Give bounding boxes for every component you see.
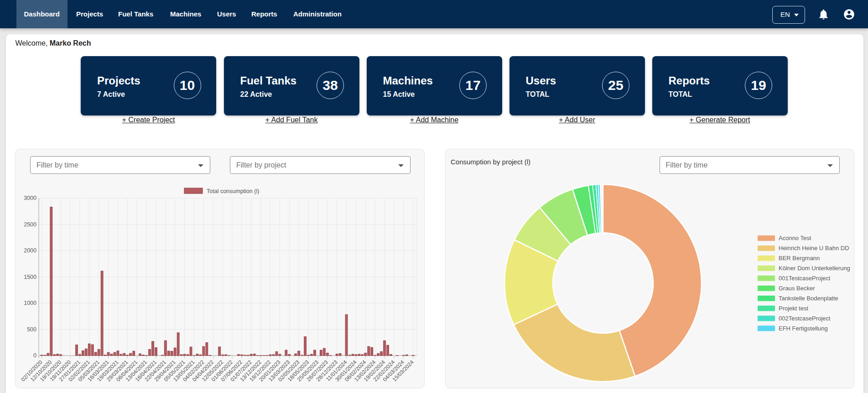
svg-text:0: 0	[33, 352, 36, 359]
svg-text:2000: 2000	[24, 247, 36, 254]
svg-text:Heinrich Heine U Bahn DD: Heinrich Heine U Bahn DD	[779, 245, 849, 252]
svg-text:001TestcaseProject: 001TestcaseProject	[779, 275, 831, 282]
svg-text:BER Bergmann: BER Bergmann	[779, 255, 820, 262]
svg-text:002TestcaseProject: 002TestcaseProject	[779, 315, 831, 322]
svg-text:EFH Fertigstellung: EFH Fertigstellung	[779, 325, 828, 332]
svg-text:500: 500	[27, 326, 36, 333]
svg-text:Aconno Test: Aconno Test	[779, 235, 811, 241]
svg-text:1500: 1500	[24, 274, 36, 280]
svg-text:2500: 2500	[24, 221, 36, 228]
svg-text:Projekt test: Projekt test	[779, 305, 808, 312]
svg-text:Total consumption (l): Total consumption (l)	[207, 188, 259, 194]
svg-text:3000: 3000	[24, 195, 36, 201]
svg-text:Graus Becker: Graus Becker	[779, 285, 815, 292]
svg-text:1000: 1000	[24, 300, 36, 306]
svg-text:Kölner Dom Unterkellerung: Kölner Dom Unterkellerung	[779, 265, 850, 272]
svg-text:Tankstelle Bodenplatte: Tankstelle Bodenplatte	[779, 295, 838, 302]
